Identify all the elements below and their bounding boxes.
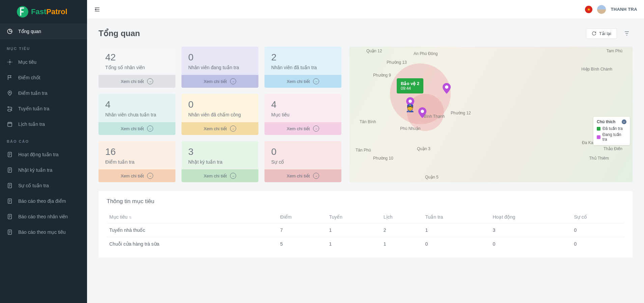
nav-label: Hoạt động tuần tra — [18, 152, 59, 157]
map-label: Quận 12 — [366, 49, 382, 53]
stat-value: 0 — [188, 99, 252, 110]
stat-detail-button[interactable]: Xem chi tiết→ — [264, 75, 341, 88]
stat-label: Nhật ký tuần tra — [188, 159, 252, 165]
tooltip-name: Bảo vệ 2 — [401, 81, 419, 86]
col-label: Tuyến — [329, 214, 342, 220]
legend-collapse-icon[interactable]: − — [622, 119, 626, 124]
table-header[interactable]: Mục tiêu⇅ — [107, 211, 278, 223]
map-label: Tân Phú — [356, 148, 371, 153]
nav-lichtuantra[interactable]: Lịch tuần tra — [0, 116, 87, 132]
table-cell: 1 — [326, 223, 381, 237]
stat-cta-label: Xem chi tiết — [121, 126, 144, 131]
nav-label: Điểm tuần tra — [18, 90, 47, 96]
table-cell: 1 — [381, 237, 423, 251]
brand-fast: Fast — [31, 7, 46, 16]
menu-toggle-icon[interactable] — [94, 6, 101, 13]
map-label: Tam Phú — [607, 49, 622, 53]
stat-card: 0Sự cốXem chi tiết→ — [264, 141, 341, 182]
stat-cta-label: Xem chi tiết — [204, 126, 227, 131]
tooltip-time: 09:44 — [401, 86, 419, 91]
table-cell: 7 — [278, 223, 327, 237]
stat-card: 4Mục tiêuXem chi tiết→ — [264, 94, 341, 135]
table-header[interactable]: Tuyến — [326, 211, 381, 223]
nav-bcnhanvien[interactable]: Báo cáo theo nhân viên — [0, 209, 87, 224]
map-label: Bình Thạnh — [424, 114, 445, 119]
stat-card: 16Điểm tuần traXem chi tiết→ — [99, 141, 175, 182]
svg-point-1 — [9, 61, 11, 63]
stat-detail-button[interactable]: Xem chi tiết→ — [99, 122, 175, 135]
table-header[interactable]: Tuần tra — [422, 211, 490, 223]
nav-muctieu[interactable]: Mục tiêu — [0, 54, 87, 70]
stat-value: 16 — [105, 146, 169, 157]
stat-detail-button[interactable]: Xem chi tiết→ — [181, 75, 258, 88]
nav-diemtuantra[interactable]: Điểm tuần tra — [0, 85, 87, 101]
guard-icon: 👮 — [405, 104, 415, 113]
table-row[interactable]: Tuyến nhà thuốc712130 — [107, 223, 624, 237]
nav-bcdiadiem[interactable]: Báo cáo theo địa điểm — [0, 193, 87, 209]
nav-overview[interactable]: Tổng quan — [0, 24, 87, 39]
stat-detail-button[interactable]: Xem chi tiết→ — [264, 122, 341, 135]
stat-card: 0Nhân viên đang tuần traXem chi tiết→ — [181, 47, 258, 88]
targets-table-panel: Thông tin mục tiêu Mục tiêu⇅ĐiểmTuyếnLịc… — [99, 191, 633, 257]
arrow-right-icon: → — [313, 126, 319, 132]
col-label: Hoạt động — [493, 214, 515, 220]
sort-icon: ⇅ — [129, 216, 132, 219]
stat-label: Nhân viên chưa tuần tra — [105, 112, 169, 117]
table-cell: 2 — [381, 223, 423, 237]
stat-detail-button[interactable]: Xem chi tiết→ — [181, 122, 258, 135]
svg-point-2 — [9, 92, 10, 93]
brand-logo[interactable]: FastPatrol — [0, 0, 87, 24]
table-row[interactable]: Chuỗi cửa hàng trà sữa511000 — [107, 237, 624, 251]
map[interactable]: Bảo vệ 2 09:44 👮 Quận 12 An Phú Đông Tam… — [349, 47, 633, 182]
stat-detail-button[interactable]: Xem chi tiết→ — [181, 169, 258, 182]
map-pin-icon[interactable] — [443, 83, 451, 94]
stat-value: 2 — [271, 52, 335, 63]
table-header[interactable]: Sự cố — [571, 211, 625, 223]
nav-tuyentuantra[interactable]: Tuyến tuần tra — [0, 101, 87, 116]
stat-label: Tổng số nhân viên — [105, 65, 169, 70]
arrow-right-icon: → — [147, 126, 153, 132]
filter-button[interactable] — [621, 28, 633, 39]
nav-label: Tuyến tuần tra — [18, 106, 49, 111]
stat-cta-label: Xem chi tiết — [204, 173, 227, 178]
map-label: Phường 9 — [373, 73, 391, 78]
nav-label: Báo cáo theo nhân viên — [18, 214, 68, 219]
legend-doing: Đang tuần tra — [603, 132, 626, 142]
table-header[interactable]: Điểm — [278, 211, 327, 223]
report-icon — [7, 214, 13, 220]
stat-label: Sự cố — [271, 159, 335, 165]
stat-value: 0 — [188, 52, 252, 63]
nav-hoatdong[interactable]: Hoạt động tuần tra — [0, 147, 87, 162]
nav-nhatky[interactable]: Nhật ký tuần tra — [0, 162, 87, 178]
stat-detail-button[interactable]: Xem chi tiết→ — [99, 169, 175, 182]
legend-swatch-done — [597, 127, 600, 131]
avatar[interactable] — [597, 5, 606, 14]
nav-bcmuctieu[interactable]: Báo cáo theo mục tiêu — [0, 224, 87, 240]
brand-mark-icon — [17, 6, 28, 18]
table-cell: Chuỗi cửa hàng trà sữa — [107, 237, 278, 251]
reload-button[interactable]: Tải lại — [586, 28, 617, 39]
table-header[interactable]: Lịch — [381, 211, 423, 223]
map-label: Hiệp Bình Chánh — [581, 67, 612, 72]
map-label: Phú Nhuận — [400, 126, 420, 131]
table-cell: 0 — [571, 223, 625, 237]
calendar-icon — [7, 121, 13, 127]
map-label: Phường 12 — [451, 111, 471, 115]
user-name[interactable]: THANH TRA — [611, 7, 637, 12]
table-header[interactable]: Hoạt động — [490, 211, 571, 223]
stat-cta-label: Xem chi tiết — [287, 173, 310, 178]
locale-flag-icon[interactable]: ★ — [585, 6, 592, 13]
report-icon — [7, 152, 13, 158]
section-title-targets: MỤC TIÊU — [0, 39, 87, 54]
stat-detail-button[interactable]: Xem chi tiết→ — [264, 169, 341, 182]
stat-card: 3Nhật ký tuần traXem chi tiết→ — [181, 141, 258, 182]
stat-value: 4 — [271, 99, 335, 110]
stat-detail-button[interactable]: Xem chi tiết→ — [99, 75, 175, 88]
table-title: Thông tin mục tiêu — [107, 198, 624, 205]
stat-cta-label: Xem chi tiết — [121, 79, 144, 84]
stat-label: Nhân viên đang tuần tra — [188, 65, 252, 70]
nav-diemchot[interactable]: Điểm chốt — [0, 70, 87, 85]
nav-suco[interactable]: Sự cố tuần tra — [0, 178, 87, 193]
table-cell: Tuyến nhà thuốc — [107, 223, 278, 237]
stat-cta-label: Xem chi tiết — [287, 126, 310, 131]
